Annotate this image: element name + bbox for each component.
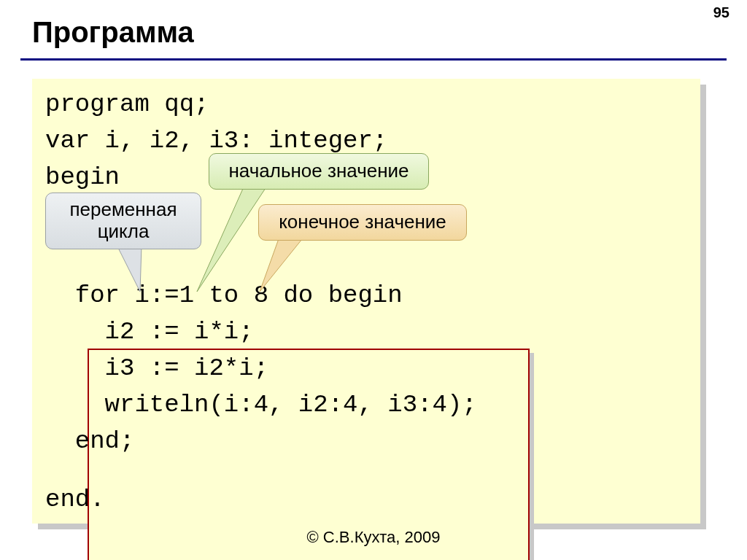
callout-end-value: конечное значение <box>258 204 467 241</box>
callout-label-line1: переменная <box>69 199 177 221</box>
title-underline <box>20 58 727 61</box>
callout-loop-variable: переменная цикла <box>45 192 201 249</box>
code-box: program qq; var i, i2, i3: integer; begi… <box>32 79 700 524</box>
code-line-endp: end. <box>45 486 105 513</box>
code-line: i3 := i2*i; <box>45 354 268 382</box>
callout-tail-endval <box>260 235 318 293</box>
svg-marker-1 <box>117 245 142 292</box>
code-line: i2 := i*i; <box>45 318 254 346</box>
code-line: writeln(i:4, i2:4, i3:4); <box>45 391 477 419</box>
code-line: begin <box>45 163 120 191</box>
code-line: program qq; <box>45 90 209 118</box>
page-title: Программа <box>32 16 194 49</box>
callout-start-value: начальное значение <box>209 153 429 190</box>
callout-tail-loopvar <box>117 245 168 296</box>
code-line-end: end; <box>45 427 134 455</box>
callout-label: конечное значение <box>279 211 446 233</box>
svg-marker-2 <box>260 235 302 292</box>
callout-label: начальное значение <box>229 160 409 182</box>
copyright: © С.В.Кухта, 2009 <box>0 528 747 547</box>
code-line: var i, i2, i3: integer; <box>45 127 387 155</box>
page-number: 95 <box>713 4 729 21</box>
callout-label-line2: цикла <box>98 221 150 243</box>
svg-marker-0 <box>197 184 266 292</box>
slide: 95 Программа program qq; var i, i2, i3: … <box>0 0 747 560</box>
